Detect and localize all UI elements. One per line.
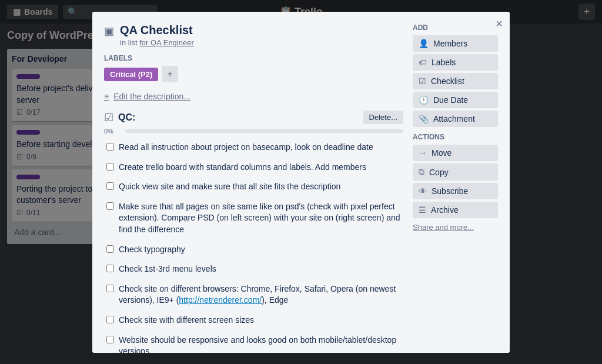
checklist-item-5: Check typography bbox=[104, 242, 403, 258]
checklist-checkbox-4[interactable] bbox=[106, 202, 114, 210]
share-link-button[interactable]: Share and more... bbox=[413, 221, 474, 234]
checklist-item-4: Make sure that all pages on site same li… bbox=[104, 199, 403, 238]
archive-icon: ☰ bbox=[419, 205, 426, 215]
description-row[interactable]: ≡ Edit the description... bbox=[104, 92, 403, 101]
modal-header: ▣ QA Checklist in list for QA Engineer bbox=[104, 24, 403, 47]
actions-section-title: Actions bbox=[413, 133, 498, 141]
labels-label: Labels bbox=[432, 58, 456, 67]
checklist-checkbox-6[interactable] bbox=[106, 265, 114, 272]
checklist-items: Read all instruction about project on ba… bbox=[104, 139, 403, 353]
checklist-item-3: Quick view site and make sure that all s… bbox=[104, 179, 403, 195]
progress-row: 0% bbox=[104, 128, 403, 135]
progress-bar-bg bbox=[125, 129, 403, 133]
due-date-button[interactable]: 🕐 Due Date bbox=[413, 92, 498, 108]
checklist-checkbox-8[interactable] bbox=[106, 316, 114, 323]
checklist-checkbox-2[interactable] bbox=[106, 163, 114, 171]
checklist-item-text-7: Check site on different browsers: Chrome… bbox=[119, 283, 401, 306]
checklist-checkbox-7[interactable] bbox=[106, 285, 114, 292]
add-label-button[interactable]: + bbox=[162, 66, 178, 82]
members-icon: 👤 bbox=[419, 39, 429, 48]
checklist-item-text-6: Check 1st-3rd menu levels bbox=[119, 263, 216, 275]
label-badge: Critical (P2) bbox=[104, 68, 158, 81]
subscribe-button[interactable]: 👁 Subscribe bbox=[413, 183, 498, 199]
description-link[interactable]: Edit the description... bbox=[113, 92, 190, 101]
move-icon: → bbox=[419, 148, 427, 158]
checklist-header-icon: ☑ bbox=[104, 111, 113, 124]
checklist-checkbox-3[interactable] bbox=[106, 182, 114, 190]
labels-icon: 🏷 bbox=[419, 58, 427, 67]
attachment-icon: 📎 bbox=[419, 114, 429, 123]
checklist-item-text-5: Check typography bbox=[119, 244, 185, 256]
checklist-section: ☑ QC: Delete... 0% Read all instruction … bbox=[104, 111, 403, 353]
modal-close-button[interactable]: × bbox=[496, 18, 503, 29]
checklist-item-9: Website should be responsive and looks g… bbox=[104, 332, 403, 353]
modal-sidebar: Add 👤 Members 🏷 Labels ☑ Checklist 🕐 Due… bbox=[413, 24, 498, 341]
checklist-header: ☑ QC: Delete... bbox=[104, 111, 403, 124]
description-icon: ≡ bbox=[104, 92, 109, 101]
checklist-icon-sidebar: ☑ bbox=[419, 76, 426, 86]
checklist-item-text-9: Website should be responsive and looks g… bbox=[119, 335, 401, 353]
labels-row: Critical (P2) + bbox=[104, 66, 403, 82]
modal-overlay: × ▣ QA Checklist in list for QA Engineer… bbox=[0, 0, 602, 364]
modal-title: QA Checklist bbox=[120, 24, 194, 37]
checklist-item-1: Read all instruction about project on ba… bbox=[104, 139, 403, 156]
checklist-checkbox-5[interactable] bbox=[106, 245, 114, 253]
labels-section-title: Labels bbox=[104, 54, 403, 62]
modal-main: ▣ QA Checklist in list for QA Engineer L… bbox=[104, 24, 403, 341]
attachment-button[interactable]: 📎 Attachment bbox=[413, 111, 498, 127]
move-label: Move bbox=[432, 148, 452, 158]
checklist-title-row: ☑ QC: bbox=[104, 111, 135, 124]
members-label: Members bbox=[433, 39, 467, 48]
checklist-title: QC: bbox=[118, 112, 135, 123]
checklist-item-2: Create trello board with standard column… bbox=[104, 159, 403, 176]
copy-icon: ⧉ bbox=[419, 167, 424, 177]
move-button[interactable]: → Move bbox=[413, 145, 498, 161]
checklist-item-text-8: Check site with different screen sizes bbox=[119, 315, 254, 326]
add-section-title: Add bbox=[413, 24, 498, 32]
card-modal: × ▣ QA Checklist in list for QA Engineer… bbox=[92, 12, 510, 353]
checklist-item-text-2: Create trello board with standard column… bbox=[119, 162, 366, 173]
subscribe-icon: 👁 bbox=[419, 186, 427, 196]
netrenderer-link[interactable]: http://netrenderer.com/ bbox=[179, 295, 262, 305]
members-button[interactable]: 👤 Members bbox=[413, 35, 498, 52]
checklist-item-text-4: Make sure that all pages on site same li… bbox=[119, 201, 401, 236]
checklist-label: Checklist bbox=[431, 76, 464, 86]
clock-icon: 🕐 bbox=[419, 95, 429, 105]
checklist-item-6: Check 1st-3rd menu levels bbox=[104, 261, 403, 278]
progress-label: 0% bbox=[104, 128, 121, 135]
checklist-item-7: Check site on different browsers: Chrome… bbox=[104, 281, 403, 309]
labels-button[interactable]: 🏷 Labels bbox=[413, 54, 498, 71]
due-date-label: Due Date bbox=[433, 95, 468, 105]
archive-button[interactable]: ☰ Archive bbox=[413, 202, 498, 218]
attachment-label: Attachment bbox=[433, 114, 475, 123]
modal-subtitle: in list for QA Engineer bbox=[120, 38, 194, 47]
copy-label: Copy bbox=[429, 168, 449, 177]
archive-label: Archive bbox=[431, 205, 459, 215]
card-header-icon: ▣ bbox=[104, 25, 114, 38]
delete-checklist-button[interactable]: Delete... bbox=[363, 111, 403, 124]
checklist-item-8: Check site with different screen sizes bbox=[104, 312, 403, 329]
checklist-item-text-1: Read all instruction about project on ba… bbox=[119, 142, 373, 153]
checklist-checkbox-1[interactable] bbox=[106, 143, 114, 151]
checklist-checkbox-9[interactable] bbox=[106, 336, 114, 343]
checklist-button[interactable]: ☑ Checklist bbox=[413, 73, 498, 89]
checklist-item-text-3: Quick view site and make sure that all s… bbox=[119, 181, 340, 193]
copy-button[interactable]: ⧉ Copy bbox=[413, 163, 498, 181]
modal-title-group: QA Checklist in list for QA Engineer bbox=[120, 24, 194, 47]
subscribe-label: Subscribe bbox=[432, 186, 468, 196]
list-link[interactable]: for QA Engineer bbox=[139, 38, 194, 47]
